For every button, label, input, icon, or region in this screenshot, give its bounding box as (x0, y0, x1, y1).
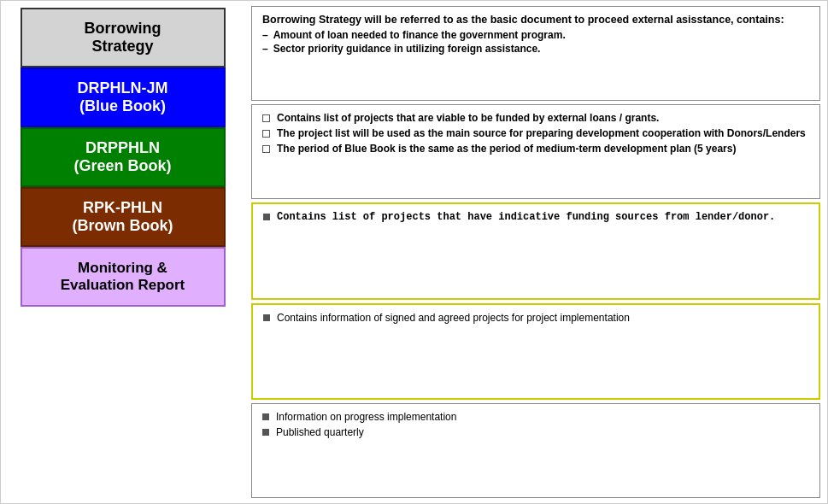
blue-book-line1: DRPHLN-JM (78, 79, 168, 97)
panel-monitoring-list: Information on progress implementation P… (262, 411, 809, 438)
panel-green-list: Contains list of projects that have indi… (263, 211, 808, 223)
checkbox-icon (262, 114, 270, 122)
box-brown-book: RPK-PHLN (Brown Book) (21, 187, 226, 247)
list-item: – Amount of loan needed to finance the g… (262, 29, 809, 41)
checkbox-icon (262, 145, 270, 153)
borrowing-line1: Borrowing (85, 20, 161, 37)
left-column: Borrowing Strategy DRPHLN-JM (Blue Book)… (1, 1, 244, 503)
bullet-dash-icon: – (262, 29, 268, 41)
square-bullet-icon (263, 314, 270, 321)
list-item: – Sector priority guidance in utilizing … (262, 43, 809, 55)
list-item: The period of Blue Book is the same as t… (262, 143, 809, 155)
square-bullet-icon (262, 429, 269, 436)
box-monitoring: Monitoring & Evaluation Report (21, 247, 226, 307)
panel-monitoring: Information on progress implementation P… (251, 403, 820, 498)
square-bullet-icon (263, 214, 270, 220)
box-blue-book: DRPHLN-JM (Blue Book) (21, 67, 226, 127)
list-item: Contains list of projects that have indi… (263, 211, 808, 223)
panel-green: Contains list of projects that have indi… (251, 202, 820, 299)
square-bullet-icon (262, 413, 269, 420)
right-column: Borrowing Strategy will be referred to a… (244, 1, 827, 503)
checkbox-icon (262, 130, 270, 138)
panel-borrowing: Borrowing Strategy will be referred to a… (251, 6, 820, 101)
panel-borrowing-list: – Amount of loan needed to finance the g… (262, 29, 809, 55)
monitoring-line2: Evaluation Report (61, 277, 185, 293)
list-item: Information on progress implementation (262, 411, 809, 423)
list-item: Contains list of projects that are viabl… (262, 112, 809, 124)
borrowing-line2: Strategy (91, 38, 153, 55)
panel-brown-list: Contains information of signed and agree… (263, 312, 808, 324)
blue-book-line2: (Blue Book) (79, 97, 166, 114)
list-item: The project list will be used as the mai… (262, 127, 809, 139)
panel-blue-list: Contains list of projects that are viabl… (262, 112, 809, 155)
bullet-dash-icon: – (262, 43, 268, 55)
brown-book-line2: (Brown Book) (73, 217, 173, 234)
diagram-container: Borrowing Strategy DRPHLN-JM (Blue Book)… (0, 0, 828, 504)
green-book-line2: (Green Book) (73, 157, 171, 174)
brown-book-line1: RPK-PHLN (83, 199, 162, 216)
list-item: Published quarterly (262, 426, 809, 438)
box-green-book: DRPPHLN (Green Book) (21, 127, 226, 187)
panel-borrowing-title: Borrowing Strategy will be referred to a… (262, 14, 809, 26)
panel-blue: Contains list of projects that are viabl… (251, 104, 820, 199)
list-item: Contains information of signed and agree… (263, 312, 808, 324)
panel-brown: Contains information of signed and agree… (251, 303, 820, 400)
monitoring-line1: Monitoring & (78, 260, 167, 276)
box-borrowing-strategy: Borrowing Strategy (21, 8, 226, 67)
green-book-line1: DRPPHLN (85, 139, 160, 156)
